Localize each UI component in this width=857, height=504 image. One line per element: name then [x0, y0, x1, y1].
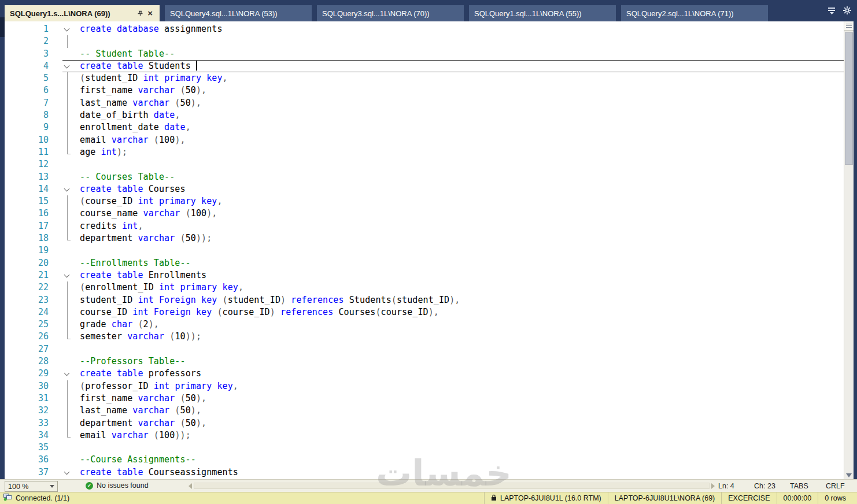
code-line[interactable]: 26semester varchar (10)); [5, 331, 844, 343]
fold-collapse-chevron-icon[interactable] [62, 368, 73, 380]
splitter-grip-icon[interactable] [844, 21, 854, 31]
scroll-down-arrow-icon[interactable] [846, 473, 852, 477]
code-line[interactable]: 31first_name varchar (50), [5, 392, 844, 405]
line-number[interactable]: 8 [5, 109, 49, 121]
code-line[interactable]: 22(enrollment_ID int primary key, [5, 281, 844, 294]
code-line[interactable]: 15(course_ID int primary key, [5, 195, 844, 207]
document-tab[interactable]: SQLQuery3.sql...1L\NORA (70)) [317, 5, 464, 21]
code-line[interactable]: 37create table Courseassignments [5, 466, 844, 479]
code-line[interactable]: 12 [5, 158, 844, 171]
line-number[interactable]: 6 [5, 84, 49, 97]
code-line[interactable]: 30(professor_ID int primary key, [5, 380, 844, 392]
code-line[interactable]: 17credits int, [5, 220, 844, 232]
fold-collapse-chevron-icon[interactable] [62, 269, 73, 281]
code-line[interactable]: 4create table Students [5, 60, 844, 72]
line-number[interactable]: 32 [5, 405, 49, 417]
line-number[interactable]: 9 [5, 121, 49, 134]
code-line[interactable]: 35 [5, 442, 844, 454]
code-line[interactable]: 2 [5, 35, 844, 47]
code-line[interactable]: 9enrollment_date date, [5, 121, 844, 134]
line-number[interactable]: 1 [5, 23, 49, 35]
fold-collapse-chevron-icon[interactable] [62, 466, 73, 479]
code-line[interactable]: 10email varchar (100), [5, 134, 844, 146]
line-number[interactable]: 34 [5, 429, 49, 442]
line-number[interactable]: 27 [5, 343, 49, 355]
code-line[interactable]: 27 [5, 343, 844, 355]
code-line[interactable]: 3-- Student Table-- [5, 48, 844, 60]
line-number[interactable]: 30 [5, 380, 49, 392]
code-line[interactable]: 16course_name varchar (100), [5, 207, 844, 220]
code-line[interactable]: 36--Course Assignments-- [5, 454, 844, 466]
line-number[interactable]: 33 [5, 417, 49, 429]
code-line[interactable]: 14create table Courses [5, 183, 844, 195]
line-number[interactable]: 26 [5, 331, 49, 343]
line-number[interactable]: 22 [5, 281, 49, 294]
code-line[interactable]: 1create database assignments [5, 23, 844, 35]
document-tab[interactable]: SQLQuery2.sql...1L\NORA (71)) [621, 5, 768, 21]
horizontal-scrollbar-track[interactable] [194, 483, 710, 489]
line-number[interactable]: 29 [5, 368, 49, 380]
code-line[interactable]: 24course_ID int Foreign key (course_ID) … [5, 306, 844, 318]
code-line[interactable]: 25grade char (2), [5, 318, 844, 331]
code-line[interactable]: 34email varchar (100)); [5, 429, 844, 442]
line-number[interactable]: 2 [5, 35, 49, 47]
code-line[interactable]: 8date_of_birth date, [5, 109, 844, 121]
line-number[interactable]: 3 [5, 48, 49, 60]
line-number[interactable]: 28 [5, 355, 49, 368]
line-number[interactable]: 13 [5, 171, 49, 183]
line-number[interactable]: 31 [5, 392, 49, 405]
line-number[interactable]: 35 [5, 442, 49, 454]
code-line[interactable]: 20--Enrollments Table-- [5, 257, 844, 269]
document-tab[interactable]: SQLQuery4.sql...1L\NORA (53)) [165, 5, 312, 21]
line-number[interactable]: 16 [5, 207, 49, 220]
code-line[interactable]: 18department varchar (50)); [5, 232, 844, 244]
code-line[interactable]: 28--Professors Table-- [5, 355, 844, 368]
vertical-scrollbar[interactable] [844, 21, 854, 479]
line-number[interactable]: 10 [5, 134, 49, 146]
fold-collapse-chevron-icon[interactable] [62, 23, 73, 35]
code-line[interactable]: 5(student_ID int primary key, [5, 72, 844, 84]
code-line[interactable]: 32last_name varchar (50), [5, 405, 844, 417]
document-list-dropdown-icon[interactable] [828, 6, 836, 17]
fold-collapse-chevron-icon[interactable] [62, 60, 73, 72]
line-number[interactable]: 36 [5, 454, 49, 466]
document-tab[interactable]: SQLQuery1.s...L\NORA (69))× [5, 5, 160, 21]
code-line[interactable]: 13-- Courses Table-- [5, 171, 844, 183]
code-line[interactable]: 19 [5, 244, 844, 257]
code-area[interactable]: 1create database assignments23-- Student… [5, 21, 844, 479]
code-line[interactable]: 11age int); [5, 146, 844, 158]
code-line[interactable]: 7last_name varchar (50), [5, 97, 844, 109]
left-dock-strip[interactable] [0, 17, 5, 37]
pin-icon[interactable] [135, 10, 146, 17]
code-line[interactable]: 6first_name varchar (50), [5, 84, 844, 97]
sql-editor[interactable]: 1create database assignments23-- Student… [5, 21, 854, 479]
line-number[interactable]: 23 [5, 294, 49, 306]
line-number[interactable]: 37 [5, 466, 49, 479]
document-tab[interactable]: SQLQuery1.sql...1L\NORA (55)) [469, 5, 616, 21]
line-number[interactable]: 7 [5, 97, 49, 109]
line-number[interactable]: 24 [5, 306, 49, 318]
zoom-dropdown[interactable]: 100 % [5, 481, 58, 492]
line-number[interactable]: 19 [5, 244, 49, 257]
line-number[interactable]: 18 [5, 232, 49, 244]
line-number[interactable]: 25 [5, 318, 49, 331]
code-line[interactable]: 21create table Enrollments [5, 269, 844, 281]
code-line[interactable]: 33department varchar (50), [5, 417, 844, 429]
line-number[interactable]: 12 [5, 158, 49, 171]
scroll-left-arrow-icon[interactable] [189, 483, 192, 489]
line-number[interactable]: 20 [5, 257, 49, 269]
vertical-scrollbar-thumb[interactable] [845, 32, 853, 165]
horizontal-scrollbar[interactable] [189, 481, 715, 490]
line-number[interactable]: 5 [5, 72, 49, 84]
line-number[interactable]: 15 [5, 195, 49, 207]
code-line[interactable]: 29create table professors [5, 368, 844, 380]
line-number[interactable]: 17 [5, 220, 49, 232]
settings-gear-icon[interactable] [843, 6, 851, 17]
code-line[interactable]: 23student_ID int Foreign key (student_ID… [5, 294, 844, 306]
close-icon[interactable]: × [146, 9, 154, 17]
line-number[interactable]: 14 [5, 183, 49, 195]
line-number[interactable]: 4 [5, 60, 49, 72]
line-number[interactable]: 21 [5, 269, 49, 281]
fold-collapse-chevron-icon[interactable] [62, 183, 73, 195]
line-number[interactable]: 11 [5, 146, 49, 158]
